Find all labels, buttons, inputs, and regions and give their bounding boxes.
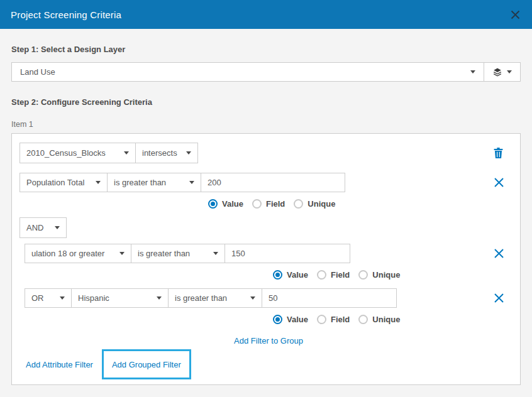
add-attribute-filter-link[interactable]: Add Attribute Filter <box>26 360 93 369</box>
grouped-filter-2-controls: OR Hispanic is greater than <box>25 288 397 308</box>
radio-value-label: Value <box>287 270 308 280</box>
radio-field-label: Field <box>331 270 350 280</box>
remove-filter-button[interactable] <box>494 178 504 187</box>
item-layer-select[interactable]: 2010_Census_Blocks <box>19 143 136 163</box>
group-logic-select[interactable]: AND <box>19 217 67 238</box>
grouped-filter-2-field-select[interactable]: Hispanic <box>71 288 169 308</box>
chevron-down-icon <box>157 296 162 300</box>
radio-unique-label: Unique <box>372 315 400 324</box>
grouped-filter-1-mode-options: Value Field Unique <box>273 269 513 280</box>
chevron-down-icon <box>250 296 255 300</box>
dialog-header: Project Screening Criteria <box>0 0 532 29</box>
radio-unique[interactable] <box>294 199 303 209</box>
chevron-down-icon <box>470 70 475 73</box>
grouped-filter-1-field-value: ulation 18 or greater <box>31 249 104 258</box>
grouped-filter-2-logic-select[interactable]: OR <box>25 288 72 308</box>
radio-value[interactable] <box>273 270 282 280</box>
spatial-operator-select[interactable]: intersects <box>135 143 198 163</box>
attribute-filter-row: Population Total is greater than <box>19 173 513 192</box>
add-grouped-filter-highlight: Add Grouped Filter <box>102 349 191 379</box>
filter-field-select[interactable]: Population Total <box>19 173 108 192</box>
design-layer-select[interactable]: Land Use <box>12 63 484 81</box>
radio-field[interactable] <box>317 270 326 280</box>
attribute-filter-controls: Population Total is greater than <box>19 173 345 192</box>
radio-field[interactable] <box>317 315 326 324</box>
radio-value[interactable] <box>273 315 282 324</box>
grouped-filter-2-mode-options: Value Field Unique <box>273 314 513 325</box>
radio-unique[interactable] <box>358 315 368 324</box>
chevron-down-icon <box>124 151 129 155</box>
chevron-down-icon <box>186 151 191 155</box>
grouped-filter-2-logic-value: OR <box>31 293 44 303</box>
grouped-filter-1-value-input[interactable] <box>224 244 350 263</box>
dialog-body: Step 1: Select a Design Layer Land Use S… <box>0 45 532 397</box>
layers-icon <box>492 67 502 77</box>
radio-value[interactable] <box>208 199 218 209</box>
grouped-filter-2-operator-select[interactable]: is greater than <box>168 288 262 308</box>
filter-operator-select[interactable]: is greater than <box>107 173 201 192</box>
item-panel: 2010_Census_Blocks intersects <box>11 133 521 385</box>
filter-field-value: Population Total <box>26 178 84 187</box>
spatial-filter-selects: 2010_Census_Blocks intersects <box>19 143 198 163</box>
delete-item-button[interactable] <box>493 147 504 159</box>
grouped-filter-1-controls: ulation 18 or greater is greater than <box>25 244 350 263</box>
group-logic-row: AND <box>19 217 513 238</box>
item-label: Item 1 <box>11 120 521 129</box>
filter-actions: Add Attribute Filter Add Grouped Filter <box>26 349 513 379</box>
add-grouped-filter-link[interactable]: Add Grouped Filter <box>112 360 181 369</box>
grouped-filter-2-operator-value: is greater than <box>175 293 227 303</box>
radio-field-label: Field <box>266 199 285 209</box>
radio-field-label: Field <box>331 315 350 324</box>
grouped-filter-row-1: ulation 18 or greater is greater than <box>25 244 513 263</box>
grouped-filters: ulation 18 or greater is greater than <box>25 244 513 346</box>
add-filter-to-group-link[interactable]: Add Filter to Group <box>234 336 303 345</box>
close-icon[interactable] <box>509 9 521 21</box>
step2-label: Step 2: Configure Screening Criteria <box>11 97 521 107</box>
group-logic-value: AND <box>26 223 43 232</box>
filter-mode-options: Value Field Unique <box>208 198 513 209</box>
chevron-down-icon <box>96 181 101 184</box>
spatial-operator-value: intersects <box>142 148 177 158</box>
design-layer-value: Land Use <box>20 67 55 77</box>
grouped-filter-1-operator-value: is greater than <box>138 249 190 258</box>
grouped-filter-1-operator-select[interactable]: is greater than <box>131 244 225 263</box>
layer-options-button[interactable] <box>484 63 520 81</box>
chevron-down-icon <box>60 296 65 300</box>
filter-operator-value: is greater than <box>114 178 166 187</box>
radio-unique-label: Unique <box>308 199 335 209</box>
remove-grouped-filter-2-button[interactable] <box>494 293 504 303</box>
grouped-filter-2-field-value: Hispanic <box>78 293 109 303</box>
radio-value-label: Value <box>287 315 308 324</box>
design-layer-row: Land Use <box>11 62 521 82</box>
filter-value-input[interactable] <box>201 173 345 192</box>
radio-unique[interactable] <box>358 270 368 280</box>
chevron-down-icon <box>55 226 60 229</box>
grouped-filter-row-2: OR Hispanic is greater than <box>25 288 513 308</box>
radio-unique-label: Unique <box>372 270 400 280</box>
spatial-filter-row: 2010_Census_Blocks intersects <box>19 143 513 163</box>
radio-field[interactable] <box>252 199 262 209</box>
item-layer-value: 2010_Census_Blocks <box>26 148 106 158</box>
chevron-down-icon <box>213 252 218 255</box>
remove-grouped-filter-1-button[interactable] <box>494 249 504 258</box>
grouped-filter-2-value-input[interactable] <box>262 288 397 308</box>
grouped-filter-1-field-select[interactable]: ulation 18 or greater <box>25 244 131 263</box>
step1-label: Step 1: Select a Design Layer <box>11 45 521 54</box>
project-screening-dialog: Project Screening Criteria Step 1: Selec… <box>0 0 532 397</box>
chevron-down-icon <box>119 252 125 255</box>
radio-value-label: Value <box>222 199 243 209</box>
chevron-down-icon <box>507 70 512 73</box>
chevron-down-icon <box>189 181 194 184</box>
dialog-title: Project Screening Criteria <box>11 9 121 20</box>
